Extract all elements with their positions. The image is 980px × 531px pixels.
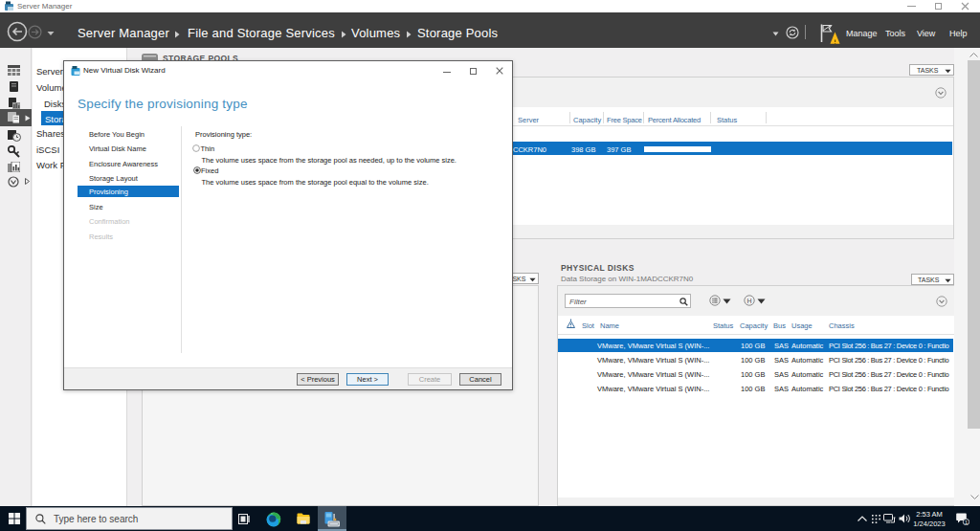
svg-text:1: 1 [965, 520, 968, 525]
svg-text:H: H [746, 298, 751, 304]
